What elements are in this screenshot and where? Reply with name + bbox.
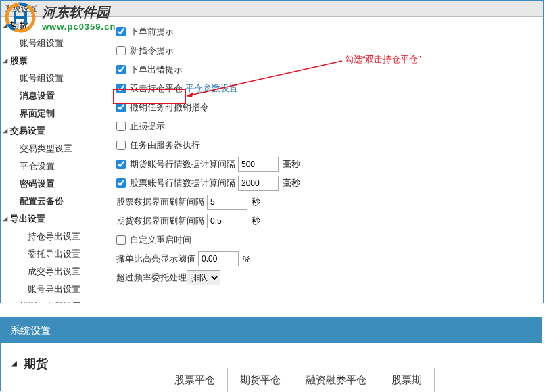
annotation-text: 勾选“双击持仓平仓” [345,53,421,66]
bottom-title: 系统设置 [1,318,542,343]
cancel-ratio-input[interactable] [198,251,239,266]
stop-loss-prompt-checkbox[interactable] [116,122,126,131]
order-error-prompt-checkbox[interactable] [116,65,126,74]
tab-margin-close[interactable]: 融资融券平仓 [293,368,379,392]
stop-loss-prompt-label[interactable]: 止损提示 [130,120,165,132]
pre-order-prompt-label[interactable]: 下单前提示 [130,26,174,38]
cancel-task-label[interactable]: 撤销任务时撤销指令 [130,101,209,114]
sidebar-item-15[interactable]: 账号导出设置 [1,280,108,298]
sidebar-item-3[interactable]: 账号组设置 [1,70,108,87]
settings-sidebar[interactable]: 期货账号组设置股票账号组设置消息设置界面定制交易设置交易类型设置平仓设置密码设置… [1,17,108,303]
sidebar-item-5[interactable]: 界面定制 [1,105,108,122]
sidebar-item-6[interactable]: 交易设置 [1,122,108,140]
tab-stock-close[interactable]: 股票平仓 [162,368,228,392]
server-execute-checkbox[interactable] [116,141,126,150]
cancel-ratio-unit: % [243,254,251,264]
bottom-category[interactable]: 期货 [10,356,156,372]
futures-refresh-unit: 秒 [252,215,260,227]
futures-interval-unit: 毫秒 [283,158,300,170]
settings-main: 下单前提示 新指令提示 下单出错提示 双击持仓平仓平仓参数设置 撤销任务时撤销指… [108,17,543,303]
freq-handle-select[interactable]: 排队 [187,270,220,285]
freq-handle-label: 超过频率委托处理 [116,272,187,284]
bottom-tabs: 股票平仓 期货平仓 融资融券平仓 股票期 [156,343,542,392]
sidebar-item-13[interactable]: 委托导出设置 [1,245,108,263]
futures-refresh-input[interactable] [207,214,247,228]
futures-interval-label[interactable]: 期货账号行情数据计算间隔 [130,158,235,170]
futures-refresh-label: 期货数据界面刷新间隔 [116,215,204,227]
futures-interval-checkbox[interactable] [116,160,126,169]
stock-refresh-unit: 秒 [252,196,260,208]
dialog-title: 系统设置 [1,1,543,17]
sidebar-item-4[interactable]: 消息设置 [1,87,108,105]
stock-interval-unit: 毫秒 [283,177,300,189]
new-instruction-prompt-label[interactable]: 新指令提示 [130,45,174,57]
sidebar-item-9[interactable]: 密码设置 [1,175,108,193]
new-instruction-prompt-checkbox[interactable] [116,46,126,55]
stock-refresh-input[interactable] [207,195,247,210]
sidebar-item-2[interactable]: 股票 [1,52,108,70]
stock-interval-label[interactable]: 股票账号行情数据计算间隔 [130,177,235,189]
bottom-sidebar[interactable]: 期货 [1,343,156,392]
stock-refresh-label: 股票数据界面刷新间隔 [116,196,204,208]
sidebar-item-0[interactable]: 期货 [1,17,108,34]
stock-interval-input[interactable] [238,176,279,191]
stock-interval-checkbox[interactable] [116,178,126,188]
order-error-prompt-label[interactable]: 下单出错提示 [130,64,183,76]
double-click-close-checkbox[interactable] [116,84,126,93]
settings-dialog: 系统设置 期货账号组设置股票账号组设置消息设置界面定制交易设置交易类型设置平仓设… [0,0,544,303]
double-click-close-label[interactable]: 双击持仓平仓 [130,82,183,95]
sidebar-item-10[interactable]: 配置云备份 [1,193,108,210]
cancel-ratio-label: 撤单比高亮显示阈值 [116,253,195,265]
bottom-dialog: 系统设置 期货 股票平仓 期货平仓 融资融券平仓 股票期 [0,317,542,391]
server-execute-label[interactable]: 任务由服务器执行 [130,139,200,151]
sidebar-item-11[interactable]: 导出设置 [1,210,108,228]
sidebar-item-12[interactable]: 持仓导出设置 [1,228,108,245]
tab-stock-option[interactable]: 股票期 [379,368,435,392]
cancel-task-checkbox[interactable] [116,103,126,112]
close-params-link[interactable]: 平仓参数设置 [185,82,238,95]
sidebar-item-8[interactable]: 平仓设置 [1,157,108,175]
futures-interval-input[interactable] [238,157,279,172]
custom-restart-label[interactable]: 自定义重启时间 [130,234,191,246]
sidebar-item-14[interactable]: 成交导出设置 [1,263,108,280]
sidebar-item-16[interactable]: 模型服务器设置 [1,298,108,303]
pre-order-prompt-checkbox[interactable] [116,27,126,36]
sidebar-item-7[interactable]: 交易类型设置 [1,140,108,157]
tab-futures-close[interactable]: 期货平仓 [227,368,293,392]
custom-restart-checkbox[interactable] [116,235,126,245]
sidebar-item-1[interactable]: 账号组设置 [1,34,108,52]
